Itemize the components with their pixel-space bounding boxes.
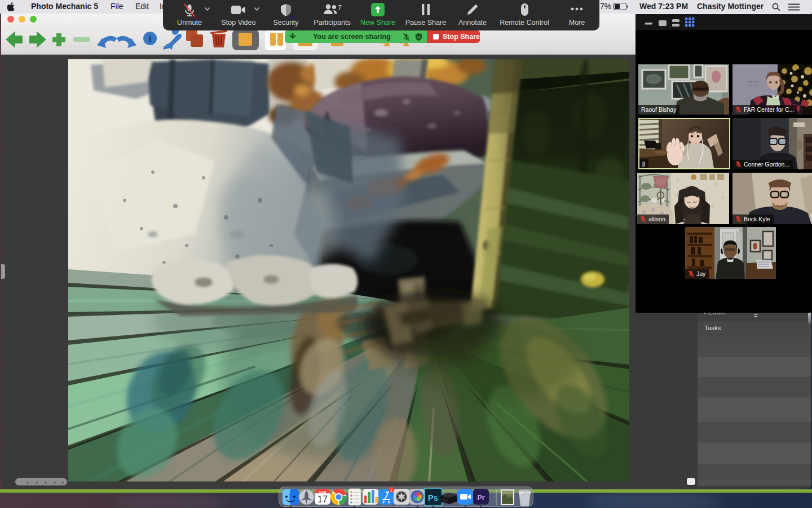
svg-text:7: 7 bbox=[338, 4, 342, 12]
svg-text:1: 1 bbox=[390, 488, 392, 492]
svg-text:Ps: Ps bbox=[428, 493, 438, 502]
svg-text:MAR: MAR bbox=[319, 491, 326, 494]
svg-text:i: i bbox=[149, 33, 152, 44]
svg-text:Pr: Pr bbox=[477, 493, 485, 502]
svg-text:17: 17 bbox=[317, 494, 328, 504]
